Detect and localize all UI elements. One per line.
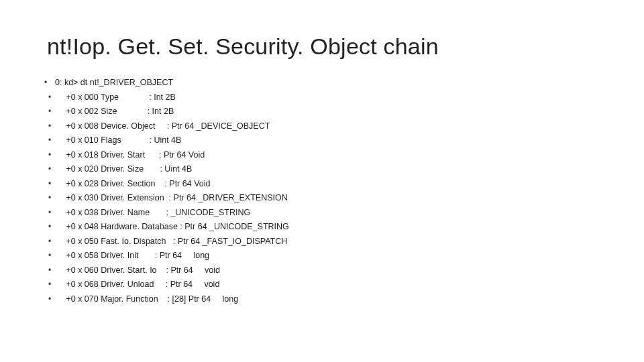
list-item: +0 x 030 Driver. Extension : Ptr 64 _DRI…: [47, 194, 597, 202]
list-item: +0 x 002 Size : Int 2B: [47, 107, 597, 116]
bullet-list: 0: kd> dt nt!_DRIVER_OBJECT +0 x 000 Typ…: [47, 78, 597, 303]
slide-title: nt!Iop. Get. Set. Security. Object chain: [47, 34, 597, 60]
list-item: +0 x 050 Fast. Io. Dispatch : Ptr 64 _FA…: [47, 237, 597, 246]
list-item: +0 x 060 Driver. Start. Io : Ptr 64 void: [47, 266, 597, 275]
list-item: +0 x 058 Driver. Init : Ptr 64 long: [47, 251, 597, 260]
list-item: +0 x 000 Type : Int 2B: [47, 93, 597, 102]
list-item: +0 x 020 Driver. Size : Uint 4B: [47, 165, 597, 174]
list-item: +0 x 070 Major. Function : [28] Ptr 64 l…: [47, 295, 597, 304]
list-item: +0 x 018 Driver. Start : Ptr 64 Void: [47, 151, 597, 160]
list-item: +0 x 028 Driver. Section : Ptr 64 Void: [47, 180, 597, 188]
slide-content: nt!Iop. Get. Set. Security. Object chain…: [0, 0, 644, 322]
list-item: +0 x 048 Hardware. Database : Ptr 64 _UN…: [47, 223, 597, 231]
list-item: 0: kd> dt nt!_DRIVER_OBJECT: [47, 78, 597, 87]
list-item: +0 x 068 Driver. Unload : Ptr 64 void: [47, 280, 597, 289]
list-item: +0 x 008 Device. Object : Ptr 64 _DEVICE…: [47, 122, 597, 131]
list-item: +0 x 010 Flags : Uint 4B: [47, 136, 597, 145]
list-item: +0 x 038 Driver. Name : _UNICODE_STRING: [47, 208, 597, 217]
